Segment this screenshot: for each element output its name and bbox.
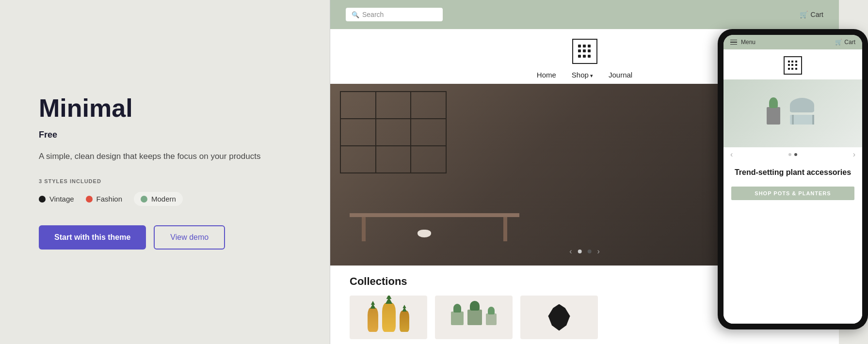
mobile-dot-2[interactable] (794, 153, 797, 156)
nav-home[interactable]: Home (537, 71, 556, 79)
mobile-hero-scene (767, 98, 819, 129)
cart-label: Cart (811, 11, 823, 18)
collection-card-1[interactable] (350, 296, 427, 339)
start-theme-button[interactable]: Start with this theme (39, 225, 146, 250)
search-icon: 🔍 (352, 11, 359, 18)
mobile-plant-pot (767, 107, 780, 125)
teacup-decoration (418, 230, 431, 237)
window-grid (340, 91, 447, 173)
table-decoration (350, 213, 519, 241)
mobile-shop-button[interactable]: SHOP POTS & PLANTERS (731, 187, 854, 200)
mobile-carousel-controls: ‹ › (723, 147, 862, 162)
mobile-product-title: Trend-setting plant accessories (731, 168, 854, 178)
left-panel: Minimal Free A simple, clean design that… (0, 0, 330, 344)
search-input-label: Search (362, 11, 384, 18)
carousel-controls: ‹ › (569, 247, 600, 256)
mobile-dot-1[interactable] (788, 153, 791, 156)
site-logo (572, 39, 597, 64)
mobile-menu-label: Menu (741, 39, 755, 46)
prev-arrow[interactable]: ‹ (569, 247, 572, 256)
mobile-product-text: Trend-setting plant accessories (723, 162, 862, 187)
mobile-cart-label: Cart (844, 39, 855, 46)
collection-card-2[interactable] (435, 296, 513, 339)
right-panel: 🔍 Search 🛒 Cart Home Shop Journal (330, 0, 868, 344)
mobile-logo-grid (788, 61, 798, 70)
theme-title: Minimal (39, 94, 291, 122)
mobile-preview: Menu 🛒 Cart (718, 29, 868, 329)
styles-row: Vintage Fashion Modern (39, 192, 291, 206)
collection-card-3[interactable] (520, 296, 598, 339)
action-buttons: Start with this theme View demo (39, 225, 291, 250)
mobile-cart-icon: 🛒 (835, 39, 842, 46)
mobile-cart[interactable]: 🛒 Cart (835, 39, 855, 46)
theme-price: Free (39, 130, 291, 140)
logo-grid (578, 45, 592, 58)
mobile-hero-image (723, 79, 862, 147)
nav-journal[interactable]: Journal (609, 71, 632, 79)
modern-dot (141, 196, 147, 203)
nav-shop[interactable]: Shop (572, 71, 593, 79)
vintage-dot (39, 196, 46, 203)
mobile-logo (784, 56, 802, 75)
style-option-fashion[interactable]: Fashion (86, 195, 122, 203)
mobile-menu[interactable]: Menu (730, 39, 755, 46)
pineapple-group (368, 303, 409, 332)
search-box[interactable]: 🔍 Search (346, 8, 443, 21)
site-nav: Home Shop Journal (537, 71, 632, 79)
cart-icon: 🛒 (800, 11, 808, 18)
style-option-vintage[interactable]: Vintage (39, 195, 74, 203)
mobile-logo-area (723, 49, 862, 79)
cart-area[interactable]: 🛒 Cart (800, 11, 823, 18)
carousel-dot-1[interactable] (578, 250, 582, 253)
mobile-dots (788, 153, 797, 156)
carousel-dot-2[interactable] (588, 250, 592, 253)
browser-topbar: 🔍 Search 🛒 Cart (330, 0, 839, 29)
theme-description: A simple, clean design that keeps the fo… (39, 150, 291, 163)
mobile-next-arrow[interactable]: › (853, 150, 855, 159)
styles-count-label: 3 STYLES INCLUDED (39, 178, 291, 184)
view-demo-button[interactable]: View demo (154, 225, 225, 250)
vintage-label: Vintage (49, 195, 74, 203)
style-option-modern[interactable]: Modern (134, 192, 183, 206)
mobile-screen: Menu 🛒 Cart (723, 35, 862, 324)
hamburger-icon (730, 40, 737, 45)
fashion-dot (86, 196, 93, 203)
mobile-chair (790, 98, 819, 125)
bird-shape (547, 304, 571, 331)
modern-label: Modern (151, 195, 176, 203)
fashion-label: Fashion (96, 195, 122, 203)
mobile-prev-arrow[interactable]: ‹ (730, 150, 733, 159)
next-arrow[interactable]: › (597, 247, 600, 256)
pots-group (451, 310, 497, 325)
mobile-content: ‹ › Trend-setting plant accessories SHOP… (723, 49, 862, 324)
mobile-topbar: Menu 🛒 Cart (723, 35, 862, 49)
